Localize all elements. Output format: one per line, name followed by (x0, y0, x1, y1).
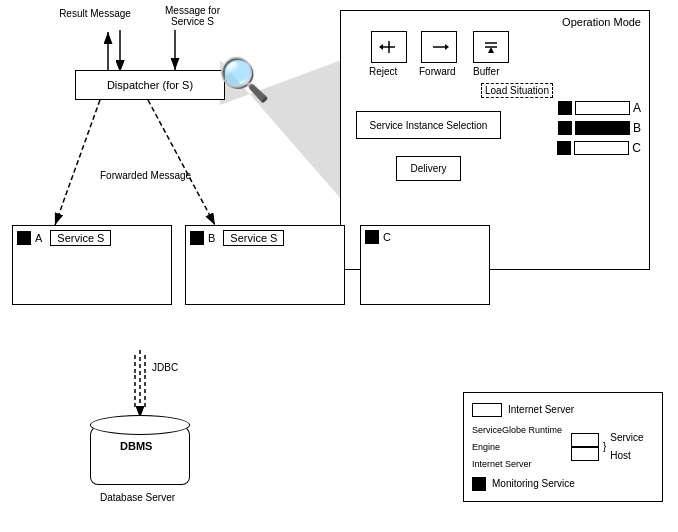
instance-c-bar: C (557, 141, 641, 155)
legend-service-host: ServiceGlobe Runtime Engine Internet Ser… (472, 422, 654, 472)
svg-marker-25 (445, 44, 449, 50)
reject-icon-box (371, 31, 407, 63)
magnifier-icon: 🔍 (218, 55, 270, 104)
forwarded-message-label: Forwarded Message (100, 170, 191, 181)
message-for-s-label: Message forService S (155, 5, 230, 27)
svg-line-15 (148, 100, 215, 225)
service-instance-selection-box: Service Instance Selection (356, 111, 501, 139)
service-s-b-label: Service S (223, 230, 284, 246)
forward-label: Forward (419, 66, 456, 77)
svg-marker-22 (379, 44, 383, 50)
dbms-cylinder-top (90, 415, 190, 435)
forward-icon-box (421, 31, 457, 63)
instance-a-bar: A (558, 101, 641, 115)
legend-box: Internet Server ServiceGlobe Runtime Eng… (463, 392, 663, 502)
operation-mode-title: Operation Mode (562, 16, 641, 28)
dbms-label: DBMS (120, 440, 152, 452)
result-message-label: Result Message (55, 8, 135, 19)
reject-label: Reject (369, 66, 397, 77)
legend-monitoring: Monitoring Service (472, 475, 654, 493)
instance-b-bar: B (558, 121, 641, 135)
database-server-label: Database Server (100, 492, 175, 503)
service-instance-b-box: B Service S (185, 225, 345, 305)
service-s-a-label: Service S (50, 230, 111, 246)
svg-marker-28 (488, 47, 494, 53)
diagram: Result Message Message forService S Disp… (0, 0, 678, 532)
svg-line-14 (55, 100, 100, 225)
dispatcher-box: Dispatcher (for S) (75, 70, 225, 100)
jdbc-label: JDBC (152, 362, 178, 373)
service-instance-c-box: C (360, 225, 490, 305)
legend-internet-server: Internet Server (472, 401, 654, 419)
buffer-label: Buffer (473, 66, 500, 77)
service-instance-a-box: A Service S (12, 225, 172, 305)
buffer-icon-box (473, 31, 509, 63)
load-situation-label: Load Situation (481, 83, 553, 98)
delivery-box: Delivery (396, 156, 461, 181)
